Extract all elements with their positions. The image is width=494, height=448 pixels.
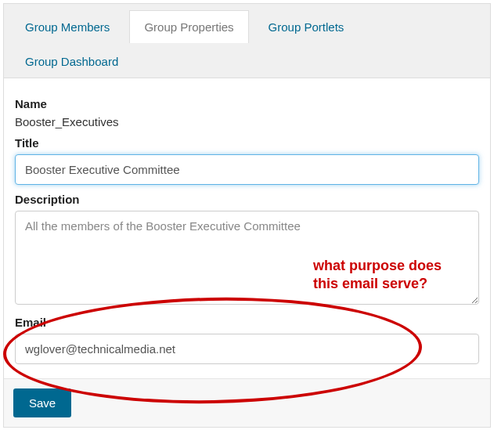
email-label: Email — [15, 316, 479, 329]
save-button[interactable]: Save — [13, 388, 71, 417]
name-value: Booster_Executives — [15, 115, 479, 128]
name-label: Name — [15, 97, 479, 110]
tab-group-members[interactable]: Group Members — [10, 10, 124, 43]
panel-footer: Save — [4, 378, 490, 427]
tab-group-properties[interactable]: Group Properties — [129, 10, 248, 43]
tab-group-portlets[interactable]: Group Portlets — [254, 10, 359, 43]
description-textarea[interactable] — [15, 211, 479, 305]
tab-bar: Group Members Group Properties Group Por… — [4, 4, 490, 78]
tab-group-dashboard[interactable]: Group Dashboard — [10, 45, 133, 78]
email-input[interactable] — [15, 334, 479, 364]
title-input[interactable] — [15, 154, 479, 185]
form-content: Name Booster_Executives Title Descriptio… — [4, 78, 490, 378]
title-label: Title — [15, 136, 479, 150]
group-panel: Group Members Group Properties Group Por… — [3, 3, 491, 428]
description-label: Description — [15, 193, 479, 206]
